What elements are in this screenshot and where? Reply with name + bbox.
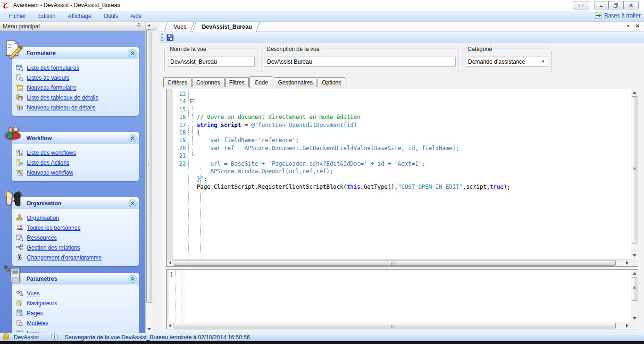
section-header-organisation[interactable]: Organisation — [12, 197, 139, 209]
sidebar-item-organisation[interactable]: Organisation — [16, 213, 137, 223]
sidebar-item-navigateurs[interactable]: Navigateurs — [16, 298, 137, 308]
sidebar-item-liste-des-actions[interactable]: Liste des Actions — [16, 158, 137, 168]
fold-margin[interactable] — [189, 90, 196, 259]
section-header-workflow[interactable]: Workflow — [12, 132, 139, 144]
section-header-formulaire[interactable]: Formulaire — [12, 47, 139, 59]
line-number: 19 — [174, 136, 186, 144]
fold-margin-cell — [189, 121, 196, 129]
section-title: Paramètres — [26, 276, 57, 282]
models-icon — [16, 319, 23, 327]
section-title: Formulaire — [26, 50, 56, 57]
scroll-up-icon[interactable] — [146, 22, 151, 28]
sidebar-scrollbar[interactable] — [145, 22, 152, 333]
pages-icon — [16, 310, 23, 317]
code-text-area[interactable] — [181, 271, 630, 322]
menu-item-aide[interactable]: Aide — [124, 12, 148, 20]
description-input[interactable] — [265, 57, 456, 67]
bases-a-traiter-button[interactable]: Bases à traiter — [595, 12, 641, 19]
sidebar-item-label: Nouveau workflow — [27, 169, 73, 176]
code-line-17: var ref = APScore.Document.GetBackendFie… — [197, 144, 630, 152]
scroll-down-icon[interactable] — [632, 315, 637, 321]
sidebar-item-liens[interactable]: Liens — [16, 328, 137, 333]
menu-item-edition[interactable]: Edition — [32, 12, 62, 20]
sidebar-item-liste-des-tableaux-de-details[interactable]: Liste des tableaux de détails — [16, 92, 137, 102]
pin-icon[interactable] — [136, 23, 142, 30]
view-tab-options[interactable]: Options — [318, 77, 345, 87]
editor-hscroll-thumb[interactable] — [174, 260, 616, 266]
view-tab-criteres[interactable]: Critères — [163, 77, 192, 87]
minimize-button[interactable] — [594, 1, 609, 9]
scroll-down-icon[interactable] — [632, 252, 637, 259]
sidebar-item-liste-des-formulaires[interactable]: Liste des formulaires — [16, 63, 137, 73]
menu-item-affichage[interactable]: Affichage — [62, 12, 98, 20]
resources-icon — [16, 234, 23, 241]
editor-vertical-scrollbar[interactable] — [631, 270, 638, 322]
chevron-down-icon: ▼ — [541, 59, 546, 64]
view-tab-code[interactable]: Code — [249, 76, 273, 88]
chevron-up-icon[interactable] — [128, 134, 137, 143]
doc-tab-devassist-bureau[interactable]: DevAssist_Bureau — [194, 22, 258, 32]
view-tab-filtres[interactable]: Filtres — [225, 77, 249, 87]
minimize-icon — [598, 2, 604, 8]
fold-margin-cell — [189, 144, 196, 152]
sidebar-item-nouveau-formulaire[interactable]: Nouveau formulaire — [16, 83, 137, 92]
sidebar-item-label: Navigateurs — [27, 300, 57, 307]
tab-close-icon[interactable]: × — [636, 23, 639, 29]
editor-hscroll-thumb[interactable] — [174, 323, 616, 328]
scroll-up-icon[interactable] — [632, 270, 637, 277]
sidebar-item-pages[interactable]: Pages — [16, 308, 137, 318]
sidebar-item-liste-des-workflows[interactable]: Liste des workflows — [16, 148, 137, 158]
sidebar-item-nouveau-workflow[interactable]: Nouveau workflow — [16, 168, 137, 177]
sidebar-item-modeles[interactable]: Modèles — [16, 318, 137, 328]
fold-margin[interactable] — [176, 271, 180, 322]
chevron-up-icon[interactable] — [128, 199, 137, 208]
editor-vertical-scrollbar[interactable] — [631, 89, 638, 259]
doc-tab-vues[interactable]: Vues — [166, 22, 192, 32]
view-tab-gestionnaires[interactable]: Gestionnaires — [274, 77, 317, 87]
editor-vscroll-thumb[interactable] — [632, 96, 637, 243]
sidebar-item-label: Changement d'organigramme — [27, 254, 101, 261]
fold-collapse-icon[interactable] — [189, 98, 196, 105]
editor-vscroll-thumb[interactable] — [632, 277, 637, 301]
save-button[interactable] — [166, 34, 174, 41]
close-button[interactable] — [623, 1, 639, 9]
scroll-down-icon[interactable] — [146, 326, 151, 332]
editor-horizontal-scrollbar[interactable] — [167, 259, 631, 266]
view-tab-colonnes[interactable]: Colonnes — [192, 77, 225, 87]
category-groupbox: Catégorie Demande d'assistance ▼ — [462, 49, 552, 72]
sidebar-item-changement-dorganigramme[interactable]: Changement d'organigramme — [16, 252, 137, 262]
sidebar-item-label: Liste des workflows — [27, 150, 76, 156]
sidebar-item-listes-de-valeurs[interactable]: Listes de valeurs — [16, 73, 137, 83]
sidebar-item-gestion-des-relations[interactable]: Gestion des relations — [16, 243, 137, 252]
toolbar-grip[interactable] — [161, 34, 163, 41]
name-input[interactable] — [168, 57, 255, 67]
code-line-22: Page.ClientScript.RegisterClientScriptBl… — [197, 183, 630, 191]
scroll-right-icon[interactable] — [624, 323, 630, 328]
sidebar-item-nouveau-tableau-de-details[interactable]: Nouveau tableau de détails — [16, 102, 137, 112]
sidebar-scrollbar-thumb[interactable] — [146, 29, 151, 303]
category-dropdown[interactable]: Demande d'assistance ▼ — [466, 57, 548, 67]
sidebar-item-toutes-les-personnes[interactable]: Toutes les personnes — [16, 223, 137, 233]
organisation-section-icon — [4, 190, 23, 209]
sidebar-title: Menu principal — [3, 23, 40, 30]
scroll-left-icon[interactable] — [167, 323, 173, 328]
sidebar-item-label: Organisation — [27, 215, 59, 221]
chevron-up-icon[interactable] — [128, 49, 137, 58]
restore-button[interactable] — [609, 1, 623, 9]
sidebar-item-vues[interactable]: Vues — [16, 288, 137, 298]
scroll-up-icon[interactable] — [632, 90, 637, 96]
menu-item-outils[interactable]: Outils — [98, 12, 125, 20]
tab-list-dropdown-icon[interactable]: ▼ — [626, 24, 630, 28]
scroll-right-icon[interactable] — [624, 260, 630, 266]
editor-horizontal-scrollbar[interactable] — [167, 322, 631, 329]
sidebar-item-label: Liste des formulaires — [27, 65, 79, 71]
sidebar-item-label: Gestion des relations — [27, 244, 80, 251]
resize-horizontal-button[interactable] — [573, 1, 589, 9]
scroll-left-icon[interactable] — [167, 260, 173, 266]
sidebar-item-ressources[interactable]: Ressources — [16, 233, 137, 243]
chevron-up-icon[interactable] — [128, 275, 137, 283]
menu-item-fichier[interactable]: Fichier — [3, 12, 32, 20]
bottom-strip — [0, 341, 644, 344]
code-text-area[interactable]: // Ouvre un document directement en mode… — [197, 90, 630, 259]
section-header-parametres[interactable]: Paramètres — [12, 273, 139, 285]
